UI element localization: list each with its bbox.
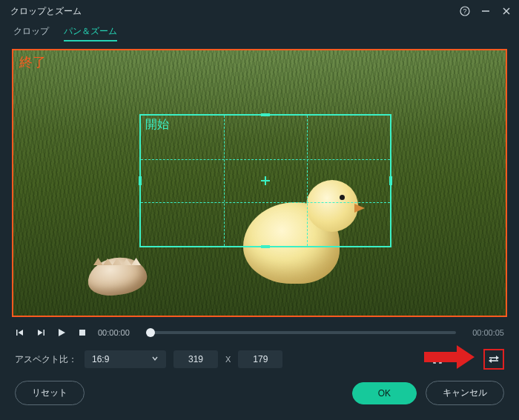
center-marker-icon: [261, 176, 270, 185]
resize-handle-left[interactable]: [139, 176, 142, 185]
reset-button[interactable]: リセット: [15, 381, 85, 405]
fit-center-icon: [431, 353, 444, 366]
svg-rect-5: [16, 330, 18, 336]
aspect-ratio-value: 16:9: [92, 354, 109, 364]
stop-icon[interactable]: [77, 327, 87, 338]
next-frame-icon[interactable]: [36, 327, 46, 338]
tab-pan-zoom[interactable]: パン＆ズーム: [64, 25, 117, 41]
svg-marker-7: [38, 330, 43, 336]
cancel-button[interactable]: キャンセル: [426, 381, 504, 405]
tab-crop[interactable]: クロップ: [13, 25, 49, 41]
aspect-ratio-select[interactable]: 16:9: [85, 350, 166, 368]
chevron-down-icon: [151, 354, 159, 364]
svg-marker-16: [496, 356, 499, 360]
footer: リセット OK キャンセル: [0, 370, 519, 416]
aspect-ratio-label: アスペクト比：: [15, 353, 77, 366]
aspect-ratio-row: アスペクト比： 16:9 319 X 179: [0, 344, 519, 370]
svg-point-15: [437, 359, 438, 360]
swap-start-end-button[interactable]: [483, 349, 504, 370]
help-icon[interactable]: ?: [460, 6, 470, 16]
fit-center-button[interactable]: [429, 350, 446, 368]
svg-marker-17: [489, 359, 492, 363]
start-frame-region[interactable]: 開始: [139, 114, 391, 247]
minimize-icon[interactable]: [480, 6, 491, 16]
guide-line: [141, 159, 390, 160]
preview-area: 終了 開始: [0, 41, 519, 321]
ok-button[interactable]: OK: [352, 382, 417, 404]
guide-line: [141, 202, 390, 203]
start-region-label: 開始: [145, 117, 169, 133]
guide-line: [224, 116, 225, 246]
svg-rect-10: [79, 330, 85, 336]
close-icon[interactable]: [501, 6, 512, 16]
preview-eggshell: [87, 243, 154, 295]
current-time: 00:00:00: [98, 328, 130, 337]
titlebar: クロップとズーム ?: [0, 0, 519, 22]
end-frame-region[interactable]: 終了 開始: [12, 49, 507, 317]
prev-frame-icon[interactable]: [15, 327, 25, 338]
window-controls: ?: [460, 6, 512, 16]
dimension-separator: X: [225, 355, 231, 364]
resize-handle-right[interactable]: [389, 176, 392, 185]
svg-text:?: ?: [463, 7, 466, 15]
playhead-handle[interactable]: [146, 328, 155, 337]
svg-marker-6: [19, 330, 24, 336]
total-time: 00:00:05: [472, 328, 504, 337]
swap-icon: [487, 353, 500, 366]
resize-handle-bottom[interactable]: [261, 245, 270, 248]
window-title: クロップとズーム: [10, 5, 82, 18]
width-input[interactable]: 319: [173, 350, 218, 368]
end-region-label: 終了: [19, 53, 46, 71]
tabs: クロップ パン＆ズーム: [0, 22, 519, 41]
transport-bar: 00:00:00 00:00:05: [0, 321, 519, 344]
play-icon[interactable]: [56, 327, 67, 338]
timeline-slider[interactable]: [146, 331, 456, 334]
svg-rect-8: [44, 330, 45, 336]
svg-marker-9: [59, 329, 65, 336]
resize-handle-top[interactable]: [261, 113, 270, 116]
guide-line: [307, 116, 308, 246]
height-input[interactable]: 179: [238, 350, 282, 368]
